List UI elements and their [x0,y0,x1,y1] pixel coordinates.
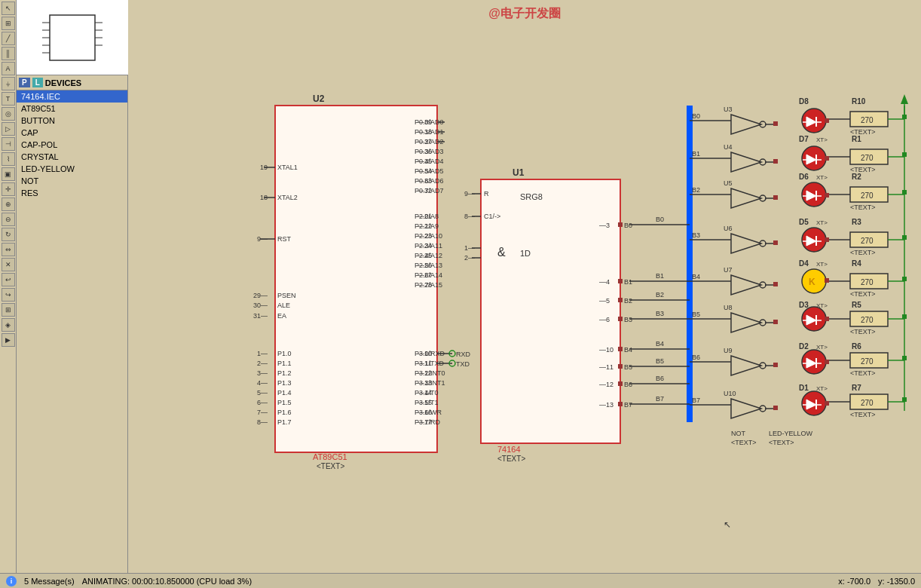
u5-not-gate[interactable]: U5 [724,179,778,208]
svg-rect-185 [773,159,778,164]
d6-led[interactable]: D6 XT> [799,173,829,207]
svg-text:270: 270 [861,116,874,124]
svg-text:R6: R6 [852,342,861,351]
device-item-74164[interactable]: 74164.IEC [17,90,127,103]
schematic-diagram: U2 19 XTAL1 18 XTAL2 9— RST 29— PSEN 30—… [128,0,921,573]
u8-not-gate[interactable]: U8 [724,304,778,332]
tool-graph[interactable]: ⌇ [2,152,15,166]
device-item-res[interactable]: RES [17,187,127,199]
component-preview [17,0,128,75]
svg-text:270: 270 [861,316,874,324]
svg-text:—13: —13 [418,379,432,387]
u2-chip[interactable]: U2 19 XTAL1 18 XTAL2 9— RST 29— PSEN 30—… [253,93,452,470]
tool-arrow[interactable]: ↖ [2,2,15,15]
u10-not-gate[interactable]: U10 [724,390,778,418]
u4-not-gate[interactable]: U4 [724,143,778,172]
u1-chip[interactable]: U1 SRG8 9— R 8— C1/-> & 1D 1— 2— —3 [464,167,632,463]
r2-resistor[interactable]: R2 270 <TEXT> [829,173,907,211]
svg-rect-255 [825,278,829,283]
svg-text:B7: B7 [624,401,632,409]
tool-redo[interactable]: ↪ [2,288,15,302]
d2-led[interactable]: D2 XT> [799,342,829,374]
d5-led[interactable]: D5 XT> [799,218,829,252]
main-canvas[interactable]: @电子开发圈 U2 19 XTAL1 18 XTAL2 9— RST 29— P… [128,0,921,573]
svg-text:P1.0: P1.0 [277,350,292,357]
tool-tape[interactable]: ▣ [2,167,15,181]
svg-text:XT>: XT> [816,385,828,392]
u3-not-gate[interactable]: U3 [724,106,778,134]
r1-resistor[interactable]: R1 270 <TEXT> [829,135,907,173]
d7-led[interactable]: D7 XT> [799,135,829,170]
svg-text:—11: —11 [418,360,432,367]
svg-text:D8: D8 [799,97,809,106]
svg-text:2—: 2— [257,360,268,367]
device-item-cap-pol[interactable]: CAP-POL [17,139,127,151]
tool-zoom-in[interactable]: ⊕ [2,198,15,211]
tool-label[interactable]: A [2,62,15,75]
svg-rect-0 [50,15,95,60]
r7-resistor[interactable]: R7 270 <TEXT> [829,384,907,418]
tool-rotate[interactable]: ↻ [2,228,15,241]
tool-probe[interactable]: ◎ [2,107,15,121]
svg-text:U6: U6 [724,225,733,232]
svg-text:—10: —10 [599,346,613,354]
r6-resistor[interactable]: R6 270 <TEXT> [829,342,907,377]
device-item-crystal[interactable]: CRYSTAL [17,151,127,163]
tool-power[interactable]: ⏚ [2,77,15,90]
u6-not-gate[interactable]: U6 [724,225,778,253]
svg-marker-192 [731,234,761,253]
r5-resistor[interactable]: R5 270 <TEXT> [829,301,907,335]
tool-cursor[interactable]: ✛ [2,182,15,196]
tool-undo[interactable]: ↩ [2,273,15,286]
d1-led[interactable]: D1 XT> [799,384,829,415]
tool-run[interactable]: ▶ [2,333,15,347]
device-item-at89c51[interactable]: AT89C51 [17,103,127,115]
u7-not-gate[interactable]: U7 [724,266,778,295]
svg-text:270: 270 [861,154,874,162]
d8-led[interactable]: D8 [799,97,829,133]
svg-text:P1.3: P1.3 [277,379,292,387]
svg-text:—17: —17 [418,418,432,426]
d4-led[interactable]: D4 XT> K [799,259,829,293]
l-button[interactable]: L [32,78,43,87]
r3-resistor[interactable]: R3 270 <TEXT> [829,218,907,256]
tool-terminal[interactable]: ▷ [2,122,15,136]
d3-led[interactable]: D3 XT> [799,301,829,331]
svg-rect-263 [825,317,829,321]
tool-bus[interactable]: ║ [2,47,15,60]
svg-text:B0: B0 [656,216,664,223]
svg-rect-234 [825,156,829,161]
svg-text:1—: 1— [257,350,268,357]
tool-wire[interactable]: ╱ [2,32,15,45]
r10-resistor[interactable]: R10 270 <TEXT> [829,94,908,136]
svg-text:U9: U9 [724,347,733,354]
svg-text:P1.5: P1.5 [277,399,292,406]
svg-text:—33: —33 [418,177,432,185]
tool-snap[interactable]: ◈ [2,318,15,332]
tool-pin[interactable]: ⊣ [2,137,15,151]
svg-rect-132 [618,364,623,369]
svg-marker-182 [731,152,761,172]
svg-text:R7: R7 [852,384,861,392]
tool-mirror[interactable]: ⇔ [2,243,15,256]
message-icon: i [6,576,17,586]
x-coordinate: x: -700.0 [838,577,871,586]
tool-text[interactable]: T [2,92,15,106]
svg-text:XT>: XT> [816,261,828,268]
r4-resistor[interactable]: R4 270 <TEXT> [829,259,907,298]
tool-delete[interactable]: ✕ [2,258,15,271]
tool-grid[interactable]: ⊞ [2,303,15,317]
tool-component[interactable]: ⊞ [2,17,15,30]
device-item-cap[interactable]: CAP [17,127,127,139]
status-bar: i 5 Message(s) ANIMATING: 00:00:10.85000… [0,573,921,588]
svg-text:EA: EA [277,312,286,320]
device-item-not[interactable]: NOT [17,175,127,187]
svg-text:B4: B4 [692,273,700,280]
tool-zoom-out[interactable]: ⊖ [2,213,15,226]
u9-not-gate[interactable]: U9 [724,347,778,375]
device-item-led-yellow[interactable]: LED-YELLOW [17,163,127,175]
p-button[interactable]: P [19,78,30,87]
svg-text:D2: D2 [799,342,809,351]
device-item-button[interactable]: BUTTON [17,115,127,127]
svg-text:—13: —13 [599,401,613,409]
